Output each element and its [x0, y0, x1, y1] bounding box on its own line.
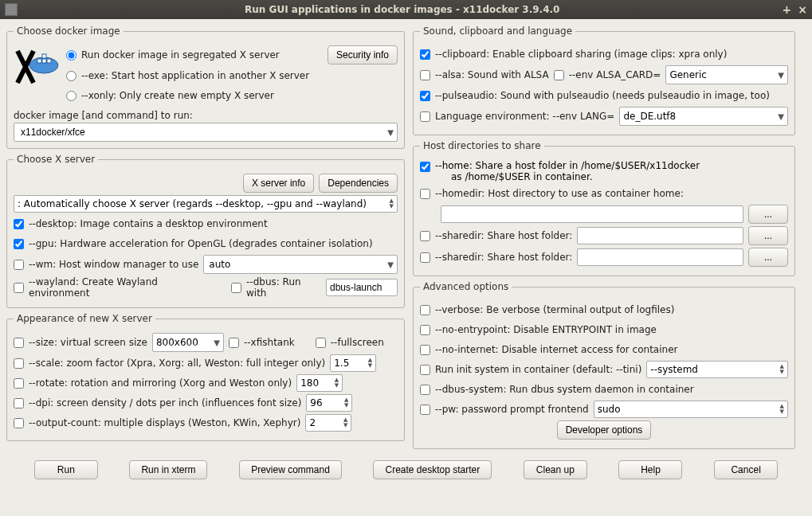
radio-segregated[interactable]: [66, 50, 76, 61]
lang-checkbox[interactable]: [420, 111, 430, 122]
verbose-checkbox[interactable]: [420, 305, 430, 315]
dpi-value: 96: [310, 397, 344, 408]
output-count-value: 2: [309, 417, 343, 428]
size-combo[interactable]: 800x600 ▼: [152, 333, 224, 352]
dpi-checkbox[interactable]: [14, 398, 24, 408]
alsa-card-label: --env ALSA_CARD=: [569, 69, 661, 80]
lang-label: Language environment: --env LANG=: [435, 111, 614, 122]
dbussys-checkbox[interactable]: [420, 385, 430, 395]
chevron-down-icon[interactable]: ▼: [775, 112, 784, 121]
chevron-down-icon[interactable]: ▼: [384, 128, 394, 137]
sharedir2-label: --sharedir: Share host folder:: [435, 252, 572, 263]
close-icon[interactable]: ×: [798, 3, 807, 16]
noentry-checkbox[interactable]: [420, 325, 430, 335]
alsa-card-checkbox[interactable]: [554, 70, 564, 80]
output-count-spinner[interactable]: 2 ▲▼: [305, 414, 351, 432]
chevron-down-icon[interactable]: ▼: [210, 338, 220, 347]
run-xterm-button[interactable]: Run in xterm: [129, 460, 207, 479]
dpi-spinner[interactable]: 96 ▲▼: [306, 394, 352, 412]
appearance-group: Appearance of new X server --size: virtu…: [6, 313, 405, 441]
radio-xonly-label: --xonly: Only create new empty X server: [81, 90, 274, 101]
size-value: 800x600: [156, 337, 210, 348]
dbus-label: --dbus: Run with: [246, 276, 321, 299]
gpu-checkbox[interactable]: [14, 239, 24, 249]
homedir-input[interactable]: [441, 205, 743, 223]
create-starter-button[interactable]: Create desktop starter: [373, 460, 492, 479]
minimize-icon[interactable]: +: [783, 3, 792, 16]
alsa-checkbox[interactable]: [420, 70, 430, 80]
clipboard-checkbox[interactable]: [420, 49, 430, 60]
choose-image-legend: Choose docker image: [14, 25, 124, 37]
homedir-browse-button[interactable]: ...: [748, 205, 788, 224]
radio-segregated-label: Run docker image in segregated X server: [81, 49, 280, 61]
wayland-checkbox[interactable]: [14, 283, 24, 293]
home-checkbox[interactable]: [420, 162, 430, 172]
sharedir1-browse-button[interactable]: ...: [748, 226, 788, 245]
verbose-label: --verbose: Be verbose (terminal output o…: [435, 304, 674, 315]
chevron-down-icon[interactable]: ▼: [384, 260, 394, 269]
developer-options-button[interactable]: Developer options: [557, 420, 652, 440]
lang-combo[interactable]: de_DE.utf8 ▼: [619, 107, 788, 126]
docker-image-input[interactable]: [18, 124, 384, 140]
dbus-input[interactable]: [326, 279, 398, 296]
help-button[interactable]: Help: [618, 460, 682, 479]
xfishtank-label: --xfishtank: [244, 337, 295, 348]
scale-spinner[interactable]: 1.5 ▲▼: [330, 354, 376, 372]
hostdirs-legend: Host directories to share: [420, 140, 544, 151]
xfishtank-checkbox[interactable]: [229, 338, 239, 348]
svg-rect-2: [42, 59, 46, 63]
sharedir2-browse-button[interactable]: ...: [748, 248, 788, 267]
rotate-spinner[interactable]: 180 ▲▼: [296, 374, 343, 392]
wm-combo[interactable]: auto ▼: [203, 255, 398, 274]
app-icon: [5, 3, 18, 16]
preview-command-button[interactable]: Preview command: [239, 460, 342, 479]
security-info-button[interactable]: Security info: [328, 45, 398, 64]
scale-checkbox[interactable]: [14, 358, 24, 369]
homedir-label: --homedir: Host directory to use as cont…: [435, 188, 684, 199]
homedir-checkbox[interactable]: [420, 189, 430, 199]
cancel-button[interactable]: Cancel: [714, 460, 778, 479]
docker-image-combo[interactable]: ▼: [14, 123, 398, 142]
pulseaudio-checkbox[interactable]: [420, 91, 430, 101]
home-label-line1: --home: Share a host folder in /home/$US…: [435, 160, 700, 171]
clipboard-label: --clipboard: Enable clipboard sharing (i…: [435, 49, 727, 60]
pw-select[interactable]: sudo ▲▼: [594, 401, 788, 418]
dbus-checkbox[interactable]: [231, 283, 241, 293]
dependencies-button[interactable]: Dependencies: [319, 174, 398, 193]
sharedir2-checkbox[interactable]: [420, 252, 430, 263]
desktop-label: --desktop: Image contains a desktop envi…: [29, 218, 268, 229]
chevron-down-icon[interactable]: ▼: [775, 71, 784, 80]
sound-clipboard-group: Sound, clipboard and language --clipboar…: [413, 25, 795, 135]
wm-label: --wm: Host window manager to use: [29, 259, 198, 270]
run-button[interactable]: Run: [34, 460, 98, 479]
radio-exe[interactable]: [66, 71, 76, 81]
init-select[interactable]: --systemd ▲▼: [646, 361, 788, 378]
nointernet-label: --no-internet: Disable internet access f…: [435, 344, 677, 355]
desktop-checkbox[interactable]: [14, 219, 24, 229]
fullscreen-checkbox[interactable]: [316, 338, 326, 348]
alsa-label: --alsa: Sound with ALSA: [435, 69, 549, 80]
nointernet-checkbox[interactable]: [420, 345, 430, 355]
rotate-value: 180: [300, 377, 335, 389]
init-checkbox[interactable]: [420, 365, 430, 375]
fullscreen-label: --fullscreen: [331, 337, 384, 348]
home-label-line2: as /home/$USER in container.: [451, 171, 700, 182]
output-count-checkbox[interactable]: [14, 418, 24, 428]
choose-docker-image-group: Choose docker image Run docker image in …: [6, 25, 405, 149]
scale-label: --scale: zoom factor (Xpra, Xorg: all, W…: [29, 358, 325, 369]
size-checkbox[interactable]: [14, 338, 24, 348]
rotate-checkbox[interactable]: [14, 378, 24, 389]
pw-checkbox[interactable]: [420, 405, 430, 415]
xserver-info-button[interactable]: X server info: [243, 174, 314, 193]
advanced-legend: Advanced options: [420, 281, 512, 292]
wm-checkbox[interactable]: [14, 260, 24, 270]
sharedir1-checkbox[interactable]: [420, 231, 430, 241]
alsa-card-combo[interactable]: Generic ▼: [665, 65, 788, 84]
sharedir2-input[interactable]: [577, 248, 743, 266]
sharedir1-label: --sharedir: Share host folder:: [435, 230, 572, 241]
radio-xonly[interactable]: [66, 91, 76, 101]
cleanup-button[interactable]: Clean up: [524, 460, 587, 479]
xserver-auto-select[interactable]: : Automatically choose X server (regards…: [14, 195, 398, 213]
sharedir1-input[interactable]: [577, 227, 743, 244]
x11docker-logo-icon: [14, 43, 61, 91]
